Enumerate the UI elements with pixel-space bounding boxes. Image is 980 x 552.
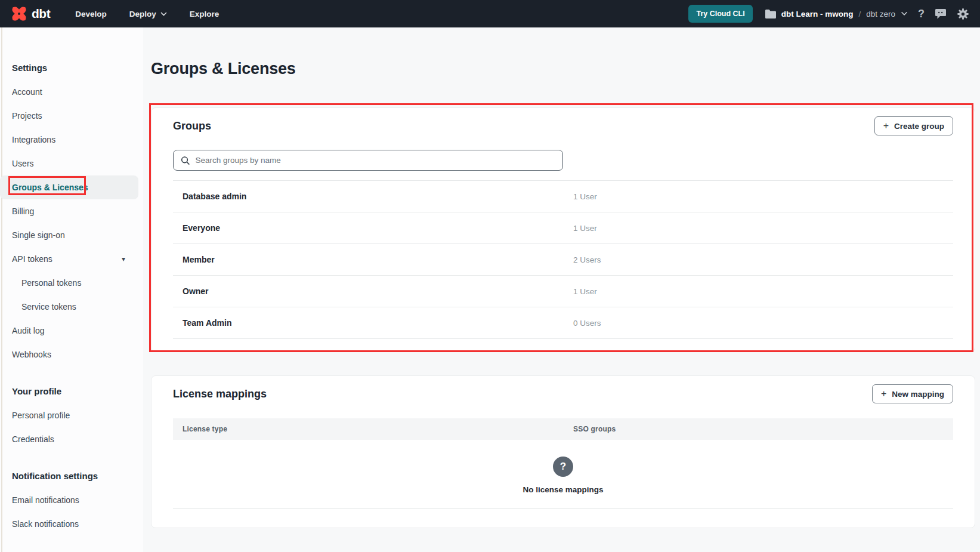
create-group-label: Create group [894, 122, 944, 131]
plus-icon: + [881, 389, 886, 399]
group-name: Owner [183, 286, 209, 296]
try-cloud-cli-button[interactable]: Try Cloud CLI [688, 5, 752, 23]
question-circle-icon: ? [553, 457, 573, 477]
group-name: Member [183, 255, 215, 264]
account-name[interactable]: dbt Learn - mwong [781, 10, 854, 18]
new-mapping-label: New mapping [892, 390, 944, 399]
nav-explore-label: Explore [190, 10, 220, 18]
license-mappings-card: License mappings + New mapping License t… [151, 375, 975, 528]
sidebar-item-label: Projects [12, 111, 42, 121]
top-navbar: dbt Develop Deploy Explore Try Cloud CLI… [0, 0, 980, 27]
group-user-count: 1 User [573, 192, 597, 201]
settings-sidebar: Settings Account Projects Integrations U… [0, 27, 143, 552]
sidebar-heading-settings: Settings [0, 56, 143, 80]
sidebar-item-groups-licenses[interactable]: Groups & Licenses [0, 175, 138, 199]
groups-card-header: Groups + Create group [173, 108, 953, 135]
sidebar-item-api-tokens[interactable]: API tokens ▾ [0, 247, 143, 271]
sidebar-item-label: Groups & Licenses [12, 183, 88, 192]
nav-develop[interactable]: Develop [75, 10, 107, 18]
sidebar-item-label: Credentials [12, 434, 54, 444]
sidebar-item-label: Single sign-on [12, 230, 65, 240]
sidebar-item-projects[interactable]: Projects [0, 104, 143, 128]
group-user-count: 1 User [573, 287, 597, 296]
groups-list: Database admin 1 User Everyone 1 User Me… [173, 180, 953, 339]
logo-text: dbt [32, 7, 50, 21]
sidebar-item-credentials[interactable]: Credentials [0, 427, 143, 451]
account-breadcrumb: dbt Learn - mwong / dbt zero [765, 10, 908, 18]
groups-section-title: Groups [173, 120, 211, 132]
group-row-team-admin[interactable]: Team Admin 0 Users [173, 307, 953, 339]
caret-down-icon[interactable]: ▾ [122, 247, 125, 271]
sidebar-item-account[interactable]: Account [0, 80, 143, 104]
gear-icon[interactable] [957, 8, 969, 20]
sidebar-heading-your-profile: Your profile [0, 380, 143, 403]
plus-icon: + [883, 121, 889, 131]
group-name: Everyone [183, 223, 220, 233]
group-row-everyone[interactable]: Everyone 1 User [173, 212, 953, 244]
sidebar-item-label: API tokens [12, 254, 52, 264]
nav-deploy-label: Deploy [129, 10, 156, 18]
project-name[interactable]: dbt zero [866, 10, 895, 18]
nav-deploy[interactable]: Deploy [129, 10, 167, 18]
search-icon [181, 156, 190, 165]
sidebar-item-label: Slack notifications [12, 519, 79, 529]
sidebar-item-label: Personal tokens [21, 278, 81, 288]
feedback-chat-icon[interactable] [935, 8, 947, 20]
breadcrumb-separator: / [858, 10, 861, 18]
primary-nav: Develop Deploy Explore [75, 10, 219, 18]
help-icon[interactable]: ? [918, 8, 925, 19]
license-empty-state: ? No license mappings [173, 440, 953, 509]
sidebar-item-label: Account [12, 87, 42, 97]
sidebar-item-label: Service tokens [21, 302, 76, 312]
group-search-box [173, 150, 563, 171]
group-user-count: 1 User [573, 224, 597, 233]
group-user-count: 0 Users [573, 319, 601, 328]
sidebar-item-label: Billing [12, 206, 34, 216]
nav-explore[interactable]: Explore [190, 10, 220, 18]
dbt-logo-icon [11, 5, 27, 22]
sidebar-item-webhooks[interactable]: Webhooks [0, 343, 143, 366]
group-name: Database admin [183, 192, 246, 201]
sidebar-item-billing[interactable]: Billing [0, 199, 143, 223]
nav-develop-label: Develop [75, 10, 107, 18]
sidebar-item-personal-tokens[interactable]: Personal tokens [0, 271, 143, 295]
sidebar-item-users[interactable]: Users [0, 152, 143, 175]
sidebar-heading-notification-settings: Notification settings [0, 464, 143, 488]
dbt-logo[interactable]: dbt [11, 5, 50, 22]
sidebar-item-label: Users [12, 159, 34, 168]
license-mappings-title: License mappings [173, 388, 267, 400]
column-license-type: License type [183, 425, 227, 433]
sidebar-item-audit-log[interactable]: Audit log [0, 319, 143, 343]
main-content: Groups & Licenses Groups + Create group … [143, 27, 980, 552]
new-mapping-button[interactable]: + New mapping [872, 384, 953, 403]
sidebar-item-email-notifications[interactable]: Email notifications [0, 488, 143, 512]
chevron-down-icon[interactable] [901, 11, 908, 16]
group-row-member[interactable]: Member 2 Users [173, 244, 953, 276]
page-title: Groups & Licenses [151, 57, 296, 80]
license-card-header: License mappings + New mapping [173, 376, 953, 403]
sidebar-item-label: Webhooks [12, 350, 51, 359]
group-name: Team Admin [183, 318, 231, 328]
group-row-owner[interactable]: Owner 1 User [173, 276, 953, 307]
navbar-right: Try Cloud CLI dbt Learn - mwong / dbt ze… [688, 5, 969, 23]
sidebar-item-service-tokens[interactable]: Service tokens [0, 295, 143, 319]
group-search-input[interactable] [195, 156, 555, 165]
sidebar-item-slack-notifications[interactable]: Slack notifications [0, 512, 143, 536]
empty-state-text: No license mappings [173, 485, 953, 494]
sidebar-item-label: Personal profile [12, 411, 70, 420]
sidebar-item-single-sign-on[interactable]: Single sign-on [0, 223, 143, 247]
group-row-database-admin[interactable]: Database admin 1 User [173, 181, 953, 212]
group-user-count: 2 Users [573, 255, 601, 264]
folder-icon [765, 10, 776, 18]
sidebar-item-integrations[interactable]: Integrations [0, 128, 143, 152]
sidebar-item-label: Audit log [12, 326, 44, 335]
groups-card: Groups + Create group Database admin 1 U… [151, 107, 975, 352]
create-group-button[interactable]: + Create group [874, 116, 953, 135]
sidebar-item-label: Email notifications [12, 495, 79, 505]
sidebar-item-personal-profile[interactable]: Personal profile [0, 403, 143, 427]
column-sso-groups: SSO groups [573, 425, 616, 433]
sidebar-item-label: Integrations [12, 135, 55, 144]
chevron-down-icon [160, 12, 167, 16]
license-table-header: License type SSO groups [173, 418, 953, 440]
